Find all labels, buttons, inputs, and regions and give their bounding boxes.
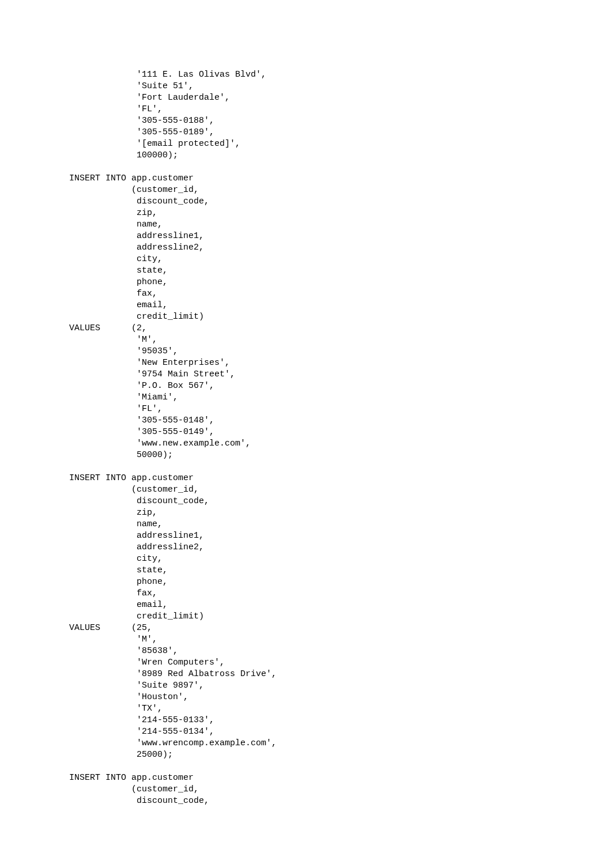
sql-code-block: '111 E. Las Olivas Blvd', 'Suite 51', 'F… [69,69,612,807]
